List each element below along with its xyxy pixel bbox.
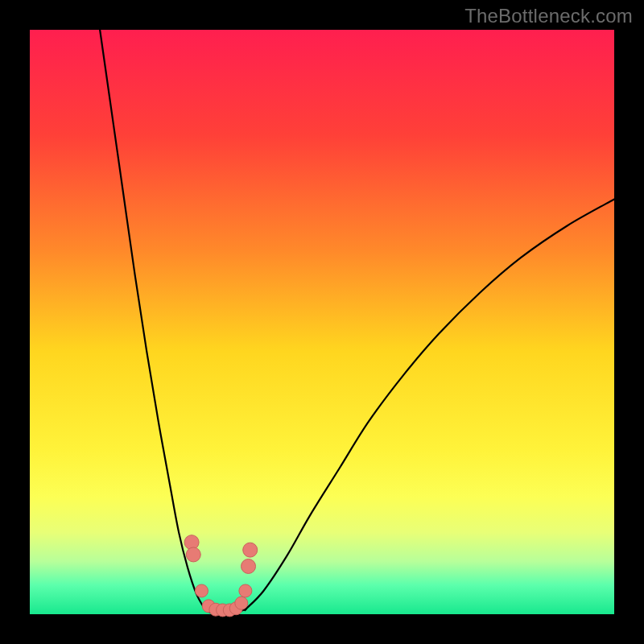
curve-marker [239,584,252,597]
curve-marker [243,543,258,557]
plot-area [30,30,614,614]
curve-marker [195,584,208,597]
bottleneck-curve [100,30,614,613]
outer-frame: TheBottleneck.com [0,0,644,644]
curve-markers [184,535,258,617]
curve-marker [235,597,248,609]
curve-marker [242,559,256,573]
chart-svg [30,30,614,614]
curve-marker [186,547,200,562]
watermark-label: TheBottleneck.com [464,5,633,27]
